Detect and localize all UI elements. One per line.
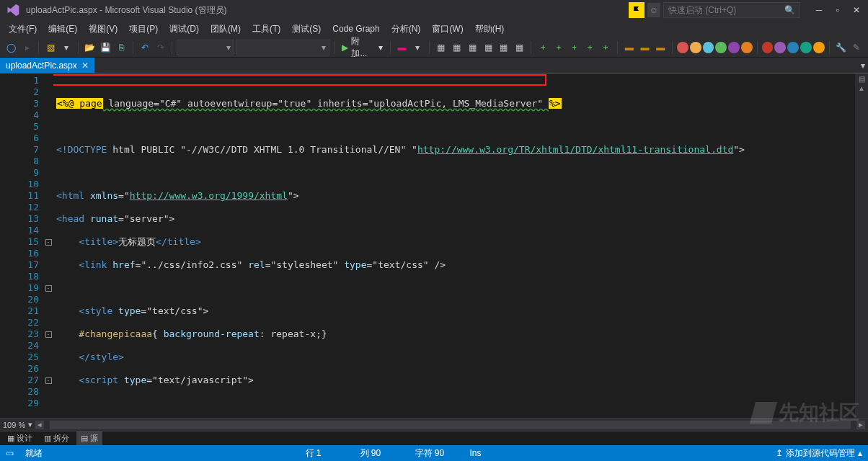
status-ins: Ins (470, 448, 513, 458)
undo-button[interactable]: ↶ (138, 40, 152, 55)
tab-label: uploadActPic.aspx (6, 61, 77, 71)
ball-m-icon[interactable] (703, 42, 714, 53)
line-number-gutter: 1 2 3 4 5 6 7 8 9 10 11 12 13 14 15 16 1… (0, 73, 43, 418)
attach-button[interactable]: ▶ 附加... ▾ (339, 40, 385, 55)
new-project-button[interactable]: ▧ (43, 40, 58, 55)
view-switcher: ▦ 设计 ▥ 拆分 ▤ 源 (0, 431, 868, 445)
menu-codegraph[interactable]: Code Graph (327, 22, 385, 35)
menu-debug[interactable]: 调试(D) (164, 22, 205, 37)
fold-toggle[interactable]: - (45, 239, 52, 246)
editor: 1 2 3 4 5 6 7 8 9 10 11 12 13 14 15 16 1… (0, 73, 868, 418)
new-dropdown[interactable]: ▾ (59, 40, 74, 55)
menu-test[interactable]: 测试(S) (286, 22, 327, 37)
quick-launch-input[interactable]: 快速启动 (Ctrl+Q) 🔍 (663, 2, 800, 18)
ball-cr-icon[interactable] (677, 42, 688, 53)
view-design[interactable]: ▦ 设计 (3, 431, 37, 445)
ball-f-icon[interactable] (741, 42, 753, 53)
source-control-button[interactable]: ↥ 添加到源代码管理 ▴ (776, 447, 862, 460)
tabwell-dropdown-icon[interactable]: ▾ (861, 61, 865, 71)
maximize-button[interactable]: ▫ (829, 2, 846, 18)
split-icon[interactable]: ▤ (859, 75, 865, 83)
bar-icon-1[interactable]: ▬ (622, 40, 637, 55)
hscrollbar[interactable] (50, 421, 851, 429)
nav-back-button[interactable]: ◯ (4, 40, 19, 55)
statusbar: ▭ 就绪 行 1 列 90 字符 90 Ins ↥ 添加到源代码管理 ▴ (0, 445, 868, 461)
ball-o-icon[interactable] (715, 42, 727, 53)
tool-icon-1[interactable]: ▬ (395, 40, 409, 55)
fold-toggle[interactable]: - (45, 285, 52, 292)
vs-logo-icon (6, 3, 20, 17)
tool-dropdown-1[interactable]: ▾ (410, 40, 425, 55)
tool-icon-2[interactable]: ▦ (434, 40, 448, 55)
plus-icon-5[interactable]: + (598, 40, 613, 55)
hscroll-right[interactable]: ▸ (856, 421, 865, 429)
ball-1-icon[interactable] (762, 42, 774, 53)
window-title: uploadActPic.aspx - Microsoft Visual Stu… (26, 4, 227, 17)
toolbar: ◯ ▸ ▧ ▾ 📂 💾 ⎘ ↶ ↷ ▾ ▾ ▶ 附加... ▾ ▬ ▾ ▦ ▦ … (0, 37, 868, 58)
open-file-button[interactable]: 📂 (83, 40, 97, 55)
solution-platform-dropdown[interactable]: ▾ (236, 40, 329, 55)
view-source[interactable]: ▤ 源 (76, 431, 102, 445)
hscroll-left[interactable]: ◂ (35, 421, 44, 429)
menu-team[interactable]: 团队(M) (205, 22, 247, 37)
document-tabs: uploadActPic.aspx ✕ ▾ (0, 58, 868, 73)
view-split[interactable]: ▥ 拆分 (40, 431, 74, 445)
bar-icon-2[interactable]: ▬ (638, 40, 652, 55)
menu-help[interactable]: 帮助(H) (469, 22, 510, 37)
tab-close-icon[interactable]: ✕ (81, 61, 89, 71)
fold-toggle[interactable]: - (45, 331, 52, 338)
titlebar: uploadActPic.aspx - Microsoft Visual Stu… (0, 0, 868, 20)
tool-icon-7[interactable]: ▦ (513, 40, 527, 55)
fold-toggle[interactable]: - (45, 377, 52, 384)
close-button[interactable]: ✕ (848, 2, 865, 18)
attach-label: 附加... (351, 35, 375, 60)
ball-2-icon[interactable] (774, 42, 786, 53)
pencil-icon[interactable]: ✎ (849, 40, 864, 55)
notification-flag-icon[interactable] (629, 2, 645, 18)
ball-ce-icon[interactable] (690, 42, 701, 53)
save-all-button[interactable]: ⎘ (114, 40, 128, 55)
status-char: 字符 90 (415, 447, 459, 460)
save-button[interactable]: 💾 (99, 40, 113, 55)
menu-edit[interactable]: 编辑(E) (43, 22, 83, 37)
code-area[interactable]: <%@ page language="C#" autoeventwireup="… (53, 73, 855, 418)
menubar: 文件(F) 编辑(E) 视图(V) 项目(P) 调试(D) 团队(M) 工具(T… (0, 20, 868, 37)
quick-launch-placeholder: 快速启动 (Ctrl+Q) (668, 4, 736, 17)
tool-icon-6[interactable]: ▦ (497, 40, 511, 55)
menu-window[interactable]: 窗口(W) (426, 22, 469, 37)
menu-tools[interactable]: 工具(T) (247, 22, 286, 37)
status-line: 行 1 (306, 447, 349, 460)
plus-icon-3[interactable]: + (567, 40, 582, 55)
bar-icon-3[interactable]: ▬ (653, 40, 668, 55)
ball-3-icon[interactable] (787, 42, 799, 53)
tool-icon-3[interactable]: ▦ (450, 40, 464, 55)
plus-icon-1[interactable]: + (536, 40, 550, 55)
plus-icon-4[interactable]: + (583, 40, 597, 55)
menu-analyze[interactable]: 分析(N) (386, 22, 427, 37)
tool-icon-4[interactable]: ▦ (465, 40, 479, 55)
nav-forward-button[interactable]: ▸ (20, 40, 35, 55)
status-col: 列 90 (360, 447, 404, 460)
plus-icon-2[interactable]: + (552, 40, 566, 55)
search-icon: 🔍 (784, 5, 795, 15)
fold-gutter: - - - - (43, 73, 53, 418)
redo-button[interactable]: ↷ (154, 40, 168, 55)
ball-5-icon[interactable] (813, 42, 825, 53)
tool-icon-5[interactable]: ▦ (481, 40, 495, 55)
highlight-box (53, 74, 546, 86)
tab-uploadactpic[interactable]: uploadActPic.aspx ✕ (0, 58, 94, 73)
feedback-icon[interactable]: ☺ (647, 3, 660, 17)
editor-right-gutter: ▤ ▲ (855, 73, 868, 418)
status-ready: 就绪 (25, 447, 43, 460)
scroll-up-icon[interactable]: ▲ (858, 84, 865, 92)
menu-project[interactable]: 项目(P) (123, 22, 164, 37)
wrench-icon[interactable]: 🔧 (834, 40, 849, 55)
ball-4-icon[interactable] (800, 42, 812, 53)
menu-view[interactable]: 视图(V) (83, 22, 123, 37)
status-ready-icon: ▭ (6, 448, 14, 458)
minimize-button[interactable]: ─ (810, 2, 828, 18)
solution-config-dropdown[interactable]: ▾ (177, 40, 234, 55)
ball-b-icon[interactable] (728, 42, 740, 53)
menu-file[interactable]: 文件(F) (3, 22, 43, 37)
zoom-level[interactable]: 109 % (3, 421, 25, 429)
